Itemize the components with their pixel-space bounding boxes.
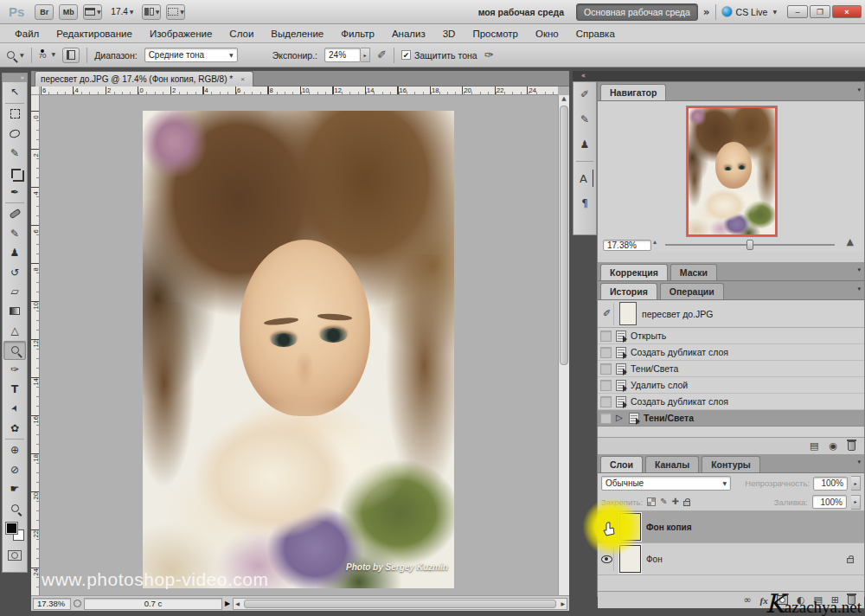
- history-snapshot-row[interactable]: ✐ пересвет до.JPG: [598, 300, 864, 328]
- marquee-tool[interactable]: [3, 105, 26, 125]
- horizontal-scrollbar[interactable]: ◀ ▶: [233, 598, 567, 610]
- document-tab[interactable]: пересвет до.JPG @ 17.4% (Фон копия, RGB/…: [35, 71, 253, 87]
- eraser-tool[interactable]: ▱: [3, 282, 26, 302]
- zoom-level-control[interactable]: 17.4▼: [107, 7, 137, 16]
- collapse-tools-icon[interactable]: »: [3, 74, 27, 82]
- blur-tool[interactable]: △: [3, 321, 26, 341]
- toggle-brush-panel-button[interactable]: [62, 48, 80, 63]
- menu-image[interactable]: Изображение: [142, 27, 220, 41]
- fill-value[interactable]: 100%: [812, 495, 847, 509]
- history-source-well[interactable]: [600, 363, 612, 375]
- eyedropper-tool[interactable]: ✒: [3, 183, 26, 202]
- clone-stamp-tool[interactable]: ♟: [3, 243, 26, 263]
- photo-image[interactable]: Photo by Sergey Kuzmin: [143, 111, 454, 588]
- history-state-row-selected[interactable]: ▷ Тени/Света: [598, 410, 864, 427]
- crop-tool[interactable]: [3, 163, 26, 183]
- popup-slider-icon[interactable]: ▸: [361, 48, 370, 62]
- gradient-tool[interactable]: [3, 302, 26, 322]
- move-tool[interactable]: ↖: [3, 82, 26, 102]
- scrollbar-thumb[interactable]: [560, 106, 568, 365]
- delete-state-icon[interactable]: [848, 441, 855, 451]
- 3d-orbit-tool[interactable]: ⊘: [3, 460, 26, 480]
- panel-menu-icon[interactable]: ▾: [857, 286, 861, 292]
- menu-select[interactable]: Выделение: [263, 27, 331, 41]
- menu-help[interactable]: Справка: [568, 27, 623, 41]
- tab-actions[interactable]: Операции: [660, 283, 724, 299]
- panel-menu-icon[interactable]: ▾: [857, 267, 861, 273]
- slider-thumb[interactable]: [746, 240, 753, 250]
- airbrush-icon[interactable]: ✐: [377, 49, 387, 61]
- brush-panel-icon[interactable]: ✎: [576, 111, 593, 128]
- tab-history[interactable]: История: [600, 283, 657, 299]
- exposure-input[interactable]: 24%: [324, 48, 361, 62]
- minimize-button[interactable]: –: [787, 5, 808, 18]
- history-state-row[interactable]: Создать дубликат слоя: [598, 344, 864, 361]
- tablet-pressure-icon[interactable]: ✑: [484, 49, 494, 61]
- lock-pixels-icon[interactable]: ✎: [660, 497, 667, 506]
- scroll-right-icon[interactable]: ▶: [561, 601, 565, 606]
- custom-shape-tool[interactable]: ✿: [3, 419, 26, 439]
- menu-window[interactable]: Окно: [528, 27, 567, 41]
- panel-menu-icon[interactable]: ▾: [857, 87, 861, 93]
- workspace-overflow-icon[interactable]: »: [703, 7, 710, 17]
- new-document-from-state-icon[interactable]: ▤: [810, 441, 818, 451]
- blend-mode-select[interactable]: Обычные▼: [601, 476, 731, 491]
- layer-thumbnail[interactable]: [619, 545, 641, 573]
- menu-view[interactable]: Просмотр: [465, 27, 526, 41]
- menu-edit[interactable]: Редактирование: [48, 27, 140, 41]
- collapse-panels-icon[interactable]: «: [573, 71, 865, 81]
- protect-tones-checkbox[interactable]: ✔Защитить тона: [401, 50, 477, 61]
- tab-paths[interactable]: Контуры: [702, 456, 760, 472]
- 3d-rotate-tool[interactable]: ⊕: [3, 440, 26, 460]
- tab-navigator[interactable]: Навигатор: [600, 84, 666, 100]
- guides-layout-button[interactable]: ▼: [83, 4, 102, 20]
- workspace-button-custom[interactable]: моя рабочая среда: [471, 4, 571, 20]
- foreground-color-swatch[interactable]: [5, 522, 18, 535]
- status-zoom-field[interactable]: 17.38%: [33, 598, 71, 610]
- bridge-button[interactable]: Br: [35, 4, 54, 20]
- maximize-button[interactable]: ❐: [810, 5, 830, 18]
- current-tool-preset[interactable]: ▼: [7, 51, 24, 59]
- lock-all-icon[interactable]: [683, 501, 690, 506]
- zoom-in-mountain-icon[interactable]: ▲: [847, 237, 854, 247]
- tab-channels[interactable]: Каналы: [645, 456, 699, 472]
- menu-3d[interactable]: 3D: [435, 27, 464, 41]
- lasso-tool[interactable]: [3, 124, 26, 144]
- history-state-row[interactable]: Тени/Света: [598, 361, 864, 377]
- minibridge-button[interactable]: Mb: [59, 4, 78, 20]
- opacity-value[interactable]: 100%: [813, 477, 848, 491]
- layer-row-copy[interactable]: Фон копия: [598, 511, 864, 543]
- layer-thumbnail[interactable]: [619, 513, 641, 541]
- tab-masks[interactable]: Маски: [670, 264, 717, 280]
- navigator-zoom-field[interactable]: 17.38%: [603, 240, 651, 251]
- horizontal-ruler[interactable]: 6 4 2 0 2 4 6 8 10 12 14 16 18 20 22 24: [40, 87, 558, 95]
- layer-name[interactable]: Фон копия: [646, 523, 691, 532]
- tab-layers[interactable]: Слои: [600, 456, 643, 472]
- tab-adjustments[interactable]: Коррекция: [600, 264, 668, 280]
- history-brush-source-icon[interactable]: ✐: [600, 303, 614, 325]
- canvas-area[interactable]: Photo by Sergey Kuzmin www.photoshop-vid…: [40, 95, 558, 595]
- range-select[interactable]: Средние тона▼: [144, 48, 238, 62]
- layer-row-background[interactable]: Фон: [598, 543, 864, 575]
- history-state-row[interactable]: Открыть: [598, 328, 864, 344]
- popup-slider-icon[interactable]: ▸: [851, 476, 861, 491]
- panel-menu-icon[interactable]: ▾: [857, 459, 861, 465]
- scrollbar-thumb[interactable]: [244, 600, 556, 608]
- brush-size-picker[interactable]: 70▼: [39, 49, 56, 61]
- close-tab-icon[interactable]: ×: [238, 74, 247, 84]
- clone-source-panel-icon[interactable]: ♟: [576, 136, 593, 153]
- history-source-well[interactable]: [600, 330, 612, 342]
- hand-tool[interactable]: ☛: [3, 479, 26, 499]
- healing-brush-tool[interactable]: [3, 204, 26, 224]
- screen-mode-button[interactable]: ▼: [166, 4, 185, 20]
- history-source-well[interactable]: [600, 413, 612, 424]
- brush-tool[interactable]: ✎: [3, 224, 26, 244]
- cs-live-button[interactable]: CS Live▼: [721, 6, 777, 17]
- type-tool[interactable]: T: [3, 380, 26, 400]
- layer-name[interactable]: Фон: [646, 555, 663, 564]
- lock-position-icon[interactable]: ✚: [672, 497, 679, 506]
- history-source-well[interactable]: [600, 396, 612, 407]
- lock-transparency-icon[interactable]: [647, 497, 656, 506]
- history-source-well[interactable]: [600, 347, 612, 358]
- history-state-row[interactable]: Удалить слой: [598, 377, 864, 394]
